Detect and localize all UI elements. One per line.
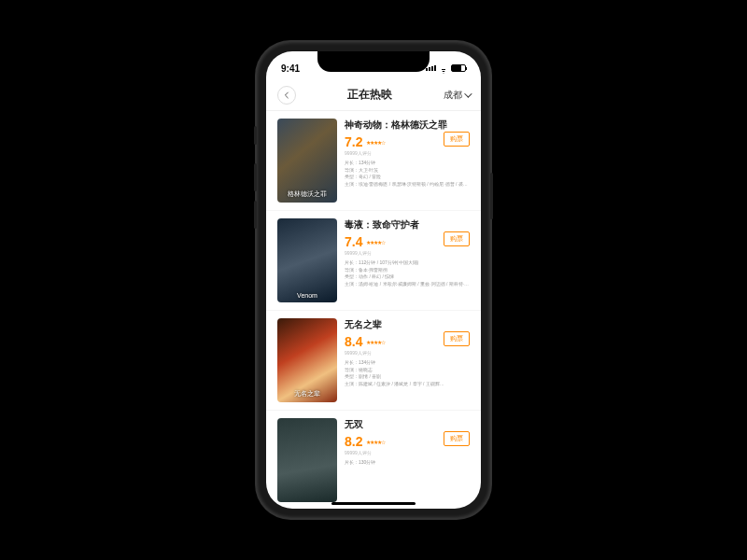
movie-meta: 片长：134分钟导演：饶晓志类型：剧情 / 喜剧主演：陈建斌 / 任素汐 / 潘…: [345, 359, 470, 387]
back-button[interactable]: [277, 86, 296, 105]
movie-poster[interactable]: [277, 418, 337, 502]
rating-count: 99999人评分: [345, 150, 470, 156]
mute-switch: [254, 126, 257, 145]
meta-line: 导演：饶晓志: [345, 367, 470, 374]
chevron-down-icon: [464, 90, 472, 97]
battery-icon: [451, 64, 466, 72]
movie-info: 毒液：致命守护者7.4★★★★☆99999人评分片长：112分钟 / 107分钟…: [345, 218, 470, 302]
meta-line: 片长：134分钟: [345, 359, 470, 367]
movie-info: 无双8.2★★★★☆99999人评分片长：130分钟购票: [345, 418, 470, 502]
back-arrow-icon: [283, 91, 290, 99]
rating-count: 99999人评分: [345, 350, 470, 356]
meta-line: 类型：奇幻 / 冒险: [345, 174, 470, 181]
meta-line: 主演：陈建斌 / 任素汐 / 潘斌龙 / 章宇 / 王砚辉…: [345, 381, 470, 388]
status-indicators: [426, 64, 466, 72]
city-label: 成都: [444, 89, 462, 102]
movie-score: 7.4: [345, 234, 362, 249]
meta-line: 导演：大卫·叶茨: [345, 167, 470, 175]
star-rating-icon: ★★★★☆: [366, 239, 385, 245]
buy-ticket-button[interactable]: 购票: [444, 231, 470, 246]
movie-meta: 片长：134分钟导演：大卫·叶茨类型：奇幻 / 冒险主演：埃迪·雷德梅恩 / 凯…: [345, 160, 470, 188]
home-indicator[interactable]: [331, 502, 416, 505]
power-button: [490, 173, 493, 219]
meta-line: 类型：动作 / 科幻 / 惊悚: [345, 273, 470, 281]
movie-title: 神奇动物：格林德沃之罪: [345, 119, 470, 132]
movie-poster[interactable]: 无名之辈: [277, 318, 337, 402]
screen: 9:41 正在热映 成都 格林德沃之罪神奇动物：格林德沃之罪7.2★★★★☆99…: [266, 51, 481, 509]
movie-row[interactable]: 格林德沃之罪神奇动物：格林德沃之罪7.2★★★★☆99999人评分片长：134分…: [266, 111, 481, 211]
meta-line: 片长：134分钟: [345, 160, 470, 167]
city-selector[interactable]: 成都: [444, 89, 470, 102]
meta-line: 类型：剧情 / 喜剧: [345, 373, 470, 381]
movie-info: 无名之辈8.4★★★★☆99999人评分片长：134分钟导演：饶晓志类型：剧情 …: [345, 318, 470, 402]
movie-info: 神奇动物：格林德沃之罪7.2★★★★☆99999人评分片长：134分钟导演：大卫…: [345, 119, 470, 203]
movie-list[interactable]: 格林德沃之罪神奇动物：格林德沃之罪7.2★★★★☆99999人评分片长：134分…: [266, 111, 481, 509]
poster-caption: Venom: [277, 292, 337, 299]
meta-line: 主演：埃迪·雷德梅恩 / 凯瑟琳·沃特斯顿 / 约翰尼·德普 / 裘德·洛 / …: [345, 181, 470, 189]
movie-title: 毒液：致命守护者: [345, 218, 470, 231]
signal-icon: [426, 65, 436, 71]
meta-line: 片长：112分钟 / 107分钟(中国大陆): [345, 259, 470, 267]
meta-line: 主演：汤姆·哈迪 / 米歇尔·威廉姆斯 / 里兹·阿迈德 / 斯科特·黑兹 / …: [345, 281, 470, 288]
status-time: 9:41: [281, 63, 300, 74]
movie-meta: 片长：130分钟: [345, 459, 470, 467]
movie-score: 8.4: [345, 334, 362, 349]
movie-poster[interactable]: Venom: [277, 218, 337, 302]
notch: [317, 51, 430, 72]
star-rating-icon: ★★★★☆: [366, 139, 385, 146]
star-rating-icon: ★★★★☆: [366, 339, 385, 345]
volume-up: [254, 163, 257, 191]
star-rating-icon: ★★★★☆: [366, 439, 385, 445]
rating-count: 99999人评分: [345, 450, 470, 455]
poster-caption: 无名之辈: [277, 389, 337, 399]
movie-row[interactable]: Venom毒液：致命守护者7.4★★★★☆99999人评分片长：112分钟 / …: [266, 211, 481, 311]
rating-count: 99999人评分: [345, 250, 470, 256]
movie-title: 无名之辈: [345, 318, 470, 331]
poster-caption: 格林德沃之罪: [277, 189, 337, 199]
movie-row[interactable]: 无双8.2★★★★☆99999人评分片长：130分钟购票: [266, 411, 481, 509]
volume-down: [254, 201, 257, 229]
nav-header: 正在热映 成都: [266, 79, 481, 111]
phone-frame: 9:41 正在热映 成都 格林德沃之罪神奇动物：格林德沃之罪7.2★★★★☆99…: [257, 42, 490, 518]
movie-score: 7.2: [345, 134, 362, 149]
buy-ticket-button[interactable]: 购票: [444, 132, 470, 147]
meta-line: 导演：鲁本·弗雷斯彻: [345, 267, 470, 274]
wifi-icon: [439, 64, 448, 72]
movie-title: 无双: [345, 418, 470, 431]
page-title: 正在热映: [347, 87, 392, 103]
movie-poster[interactable]: 格林德沃之罪: [277, 119, 337, 203]
movie-meta: 片长：112分钟 / 107分钟(中国大陆)导演：鲁本·弗雷斯彻类型：动作 / …: [345, 259, 470, 287]
buy-ticket-button[interactable]: 购票: [444, 431, 470, 446]
movie-row[interactable]: 无名之辈无名之辈8.4★★★★☆99999人评分片长：134分钟导演：饶晓志类型…: [266, 311, 481, 411]
movie-score: 8.2: [345, 434, 362, 449]
buy-ticket-button[interactable]: 购票: [444, 331, 470, 346]
meta-line: 片长：130分钟: [345, 459, 470, 467]
